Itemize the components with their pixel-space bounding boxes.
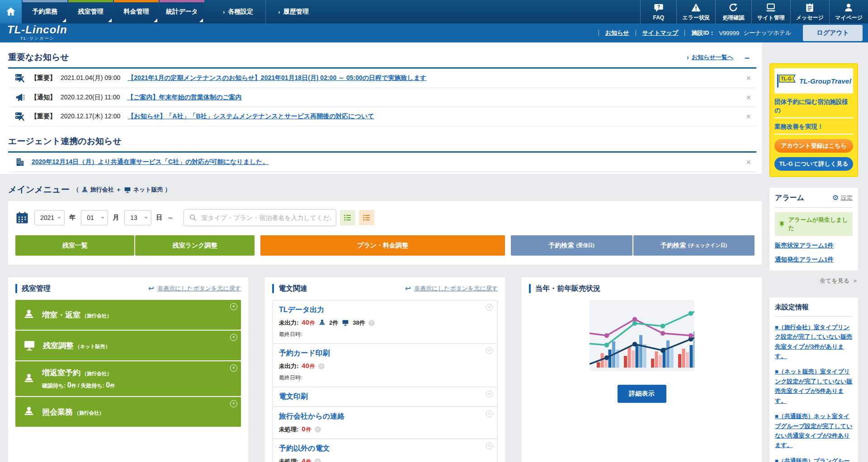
clear-count-icon[interactable]: × bbox=[318, 363, 325, 369]
tab-label: 料金管理 bbox=[124, 8, 149, 16]
plus-sign: ＋ bbox=[116, 186, 122, 194]
news-row: 【重要】 2021.01.04(月) 09:00 【2021年1月の定期メンテナ… bbox=[8, 69, 756, 88]
last-datetime-label: 最終日時: bbox=[279, 331, 479, 338]
hide-card-icon[interactable]: × bbox=[486, 411, 493, 417]
unset-item-link[interactable]: ■（共通販売）プラングループ完了していない共通プランが2件あります。 bbox=[775, 456, 853, 462]
notepad-icon bbox=[805, 2, 814, 13]
clear-count-icon[interactable]: × bbox=[315, 426, 321, 433]
see-all-link[interactable]: 全てを見る ＞ bbox=[769, 277, 858, 285]
news-link[interactable]: 2020年12月14日（月）より共通在庫サービス「C社」の対応が可能になりました… bbox=[32, 158, 269, 166]
unset-info-title: 未設定情報 bbox=[775, 303, 853, 312]
close-icon[interactable]: × bbox=[742, 74, 755, 82]
inquiry-button[interactable]: 照会業務（旅行会社） × bbox=[15, 397, 241, 427]
maintenance-icon bbox=[14, 111, 26, 122]
news-link[interactable]: 【お知らせ】「A社」「B社」システムメンテナンスとサービス再開後の対応について bbox=[127, 112, 374, 121]
tab-rate-management[interactable]: 料金管理 bbox=[114, 0, 159, 23]
hide-card-icon[interactable]: × bbox=[486, 391, 493, 397]
search-box bbox=[184, 209, 336, 226]
day-value: 13 bbox=[130, 214, 137, 221]
list-view-green-button[interactable] bbox=[340, 210, 355, 225]
room-adjust-button[interactable]: 残室調整（ネット販売） × bbox=[15, 331, 241, 360]
list-view-orange-button[interactable] bbox=[359, 210, 374, 225]
panel-title: 当年・前年販売状況 bbox=[529, 284, 600, 293]
detail-view-button[interactable]: 詳細表示 bbox=[618, 385, 666, 403]
collapse-button[interactable]: － bbox=[742, 53, 752, 62]
unset-item-link[interactable]: ■（ネット販売）室タイプリンク設定が完了していない販売先室タイプが5件あります。 bbox=[775, 367, 853, 406]
card-title-link[interactable]: 旅行会社からの連絡 bbox=[279, 412, 344, 421]
tlg-logo[interactable]: TL-G TL-GroupTravel bbox=[774, 68, 853, 93]
add-return-booking-button[interactable]: 増返室予約（旅行会社） 確認待ち: 0件 / 失敗待ち: 0件 × bbox=[15, 361, 241, 396]
close-icon[interactable]: × bbox=[742, 158, 755, 166]
sitemap-link[interactable]: サイトマップ bbox=[636, 29, 685, 37]
app-logo[interactable]: TL-Lincoln TL-リンカーン bbox=[7, 24, 67, 42]
restore-hidden-buttons[interactable]: ↩ 非表示にしたボタンを元に戻す bbox=[405, 285, 498, 293]
notice-alarm-link[interactable]: 通知発生アラーム1件 bbox=[775, 256, 853, 264]
agency-contact-card: 旅行会社からの連絡 未処理: 0件 × × bbox=[272, 406, 498, 439]
tab-room-management[interactable]: 残室管理 bbox=[68, 0, 113, 23]
plan-rate-button[interactable]: プラン・料金調整 bbox=[260, 235, 505, 256]
tab-corner-icon bbox=[199, 19, 203, 22]
hide-card-icon[interactable]: × bbox=[486, 347, 493, 354]
news-list-link[interactable]: › お知らせ一覧へ bbox=[687, 53, 733, 61]
sales-alarm-link[interactable]: 販売状況アラーム1件 bbox=[775, 242, 853, 250]
booking-search-received-button[interactable]: 予約検索 (受信日) bbox=[511, 235, 632, 256]
util-label: 処理確認 bbox=[722, 14, 744, 22]
card-title-link[interactable]: TLデータ出力 bbox=[279, 305, 324, 315]
room-management-panel: 残室管理 ↩ 非表示にしたボタンを元に戻す 増室・返室（旅行会社） × 残室調整… bbox=[8, 277, 248, 462]
add-return-room-button[interactable]: 増室・返室（旅行会社） × bbox=[15, 300, 241, 330]
clear-count-icon[interactable]: × bbox=[315, 458, 321, 462]
card-title-link[interactable]: 予約カード印刷 bbox=[279, 349, 330, 358]
hide-button-icon[interactable]: × bbox=[230, 334, 237, 341]
util-mypage[interactable]: マイページ bbox=[829, 0, 868, 23]
booking-search-checkin-button[interactable]: 予約検索 (チェックイン日) bbox=[633, 235, 755, 256]
tab-reservation[interactable]: 予約業務 bbox=[23, 0, 67, 23]
util-error-status[interactable]: エラー状況 bbox=[676, 0, 715, 23]
alarm-settings-link[interactable]: ⚙ 設定 bbox=[832, 194, 853, 202]
restore-hidden-buttons[interactable]: ↩ 非表示にしたボタンを元に戻す bbox=[148, 285, 241, 293]
room-rank-button[interactable]: 残室ランク調整 bbox=[135, 235, 254, 256]
account-register-button[interactable]: アカウント登録はこちら bbox=[774, 139, 853, 153]
year-select[interactable]: 2021 bbox=[34, 210, 65, 225]
news-link[interactable]: 【2021年1月の定期メンテナンスのお知らせ】2021年01月18日(月) 02… bbox=[127, 74, 426, 82]
year-value: 2021 bbox=[40, 214, 54, 221]
tab-stripe bbox=[160, 0, 204, 2]
last-datetime-label: 最終日時: bbox=[279, 374, 479, 382]
nav-link-history[interactable]: › 履歴管理 bbox=[265, 0, 321, 23]
tab-statistics[interactable]: 統計データ bbox=[160, 0, 204, 23]
nav-link-settings[interactable]: › 各種設定 bbox=[211, 0, 265, 23]
close-icon[interactable]: × bbox=[742, 93, 755, 102]
unset-item-link[interactable]: ■（旅行会社）室タイプリンク設定が完了していない販売先室タイプが3件があります。 bbox=[775, 322, 853, 361]
close-icon[interactable]: × bbox=[742, 112, 755, 121]
card-title-link[interactable]: 電文印刷 bbox=[279, 392, 308, 401]
hide-button-icon[interactable]: × bbox=[230, 303, 237, 310]
clear-count-icon[interactable]: × bbox=[368, 320, 375, 326]
util-faq[interactable]: ? FAQ bbox=[640, 0, 676, 23]
hide-card-icon[interactable]: × bbox=[486, 443, 493, 449]
hide-card-icon[interactable]: × bbox=[486, 304, 493, 311]
tab-corner-icon bbox=[108, 19, 112, 22]
list-icon bbox=[362, 213, 371, 222]
divider bbox=[775, 316, 853, 317]
hide-button-icon[interactable]: × bbox=[230, 400, 237, 407]
day-select[interactable]: 13 bbox=[124, 210, 151, 225]
logout-button[interactable]: ログアウト bbox=[803, 25, 863, 41]
notice-link[interactable]: お知らせ bbox=[599, 29, 636, 37]
sales-chart-illustration bbox=[590, 300, 694, 371]
card-title-link[interactable]: 予約以外の電文 bbox=[279, 444, 330, 453]
util-site-management[interactable]: サイト管理 bbox=[751, 0, 790, 23]
tlg-detail-button[interactable]: TL-G について詳しく見る bbox=[774, 157, 853, 171]
unset-item-link[interactable]: ■（共通販売）ネット室タイプグループ設定が完了していない共通室タイプが2件ありま… bbox=[775, 411, 853, 450]
search-input[interactable] bbox=[201, 214, 331, 221]
util-message[interactable]: メッセージ bbox=[790, 0, 829, 23]
search-icon bbox=[189, 214, 197, 222]
room-list-button[interactable]: 残室一覧 bbox=[15, 235, 134, 256]
dashboard-panels: 残室管理 ↩ 非表示にしたボタンを元に戻す 増室・返室（旅行会社） × 残室調整… bbox=[8, 277, 762, 462]
home-tab[interactable] bbox=[0, 0, 22, 23]
logo-text: TL-Lincoln bbox=[7, 24, 67, 35]
hide-button-icon[interactable]: × bbox=[230, 364, 237, 372]
booking-card-print-card: 予約カード印刷 未出力: 40件 × 最終日時: × bbox=[272, 343, 498, 387]
util-process-check[interactable]: 処理確認 bbox=[715, 0, 751, 23]
month-select[interactable]: 01 bbox=[81, 210, 108, 225]
news-link[interactable]: 【ご案内】年末年始の営業体制のご案内 bbox=[127, 93, 241, 102]
news-tag: 【重要】 bbox=[31, 112, 56, 121]
